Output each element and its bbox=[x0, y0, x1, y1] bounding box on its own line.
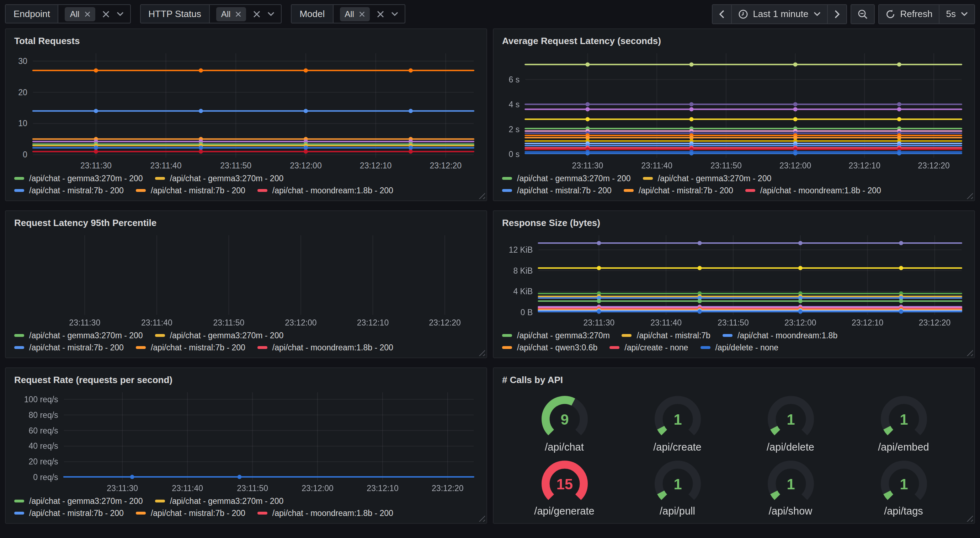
series-point[interactable] bbox=[409, 149, 413, 154]
legend-item[interactable]: /api/chat - gemma3:270m - 200 bbox=[14, 331, 143, 340]
series-point[interactable] bbox=[585, 102, 590, 106]
legend-item[interactable]: /api/chat - mistral:7b - 200 bbox=[624, 186, 733, 195]
legend-item[interactable]: /api/chat - mistral:7b - 200 bbox=[502, 186, 612, 195]
time-zoom-out-button[interactable] bbox=[851, 5, 874, 23]
avg-latency-chart[interactable]: 23:11:3023:11:4023:11:5023:12:0023:12:10… bbox=[501, 49, 967, 172]
legend-item[interactable]: /api/chat - moondream:1.8b bbox=[722, 331, 837, 340]
series-point[interactable] bbox=[899, 299, 903, 303]
filter-chip[interactable]: All bbox=[340, 7, 370, 21]
series-point[interactable] bbox=[793, 117, 798, 122]
series-point[interactable] bbox=[897, 102, 901, 106]
legend-item[interactable]: /api/chat - moondream:1.8b - 200 bbox=[258, 343, 393, 352]
panel-title[interactable]: # Calls by API bbox=[501, 372, 967, 388]
series-point[interactable] bbox=[199, 109, 203, 113]
series-point[interactable] bbox=[237, 475, 242, 479]
request-rate-chart[interactable]: 23:11:3023:11:4023:11:5023:12:0023:12:10… bbox=[13, 388, 479, 495]
series-point[interactable] bbox=[689, 117, 694, 122]
series-point[interactable] bbox=[597, 309, 601, 314]
series-point[interactable] bbox=[793, 102, 798, 106]
filter-value[interactable]: All bbox=[210, 5, 281, 23]
legend-item[interactable]: /api/chat - moondream:1.8b - 200 bbox=[258, 509, 393, 517]
series-point[interactable] bbox=[689, 107, 694, 111]
chart-plot-area[interactable]: 23:11:3023:11:4023:11:5023:12:0023:12:10… bbox=[13, 231, 479, 329]
series-point[interactable] bbox=[94, 149, 98, 154]
time-range-picker-button[interactable]: Last 1 minute bbox=[731, 5, 827, 23]
panel-title[interactable]: Request Latency 95th Percentile bbox=[13, 215, 479, 231]
series-point[interactable] bbox=[597, 266, 601, 270]
chip-remove-icon[interactable] bbox=[84, 11, 90, 17]
series-point[interactable] bbox=[698, 266, 702, 270]
series-point[interactable] bbox=[199, 68, 203, 73]
series-point[interactable] bbox=[798, 266, 803, 270]
legend-item[interactable]: /api/chat - mistral:7b - 200 bbox=[136, 186, 245, 195]
legend-item[interactable]: /api/delete - none bbox=[700, 343, 778, 352]
legend-item[interactable]: /api/chat - gemma3:270m - 200 bbox=[155, 497, 284, 505]
legend-item[interactable]: /api/create - none bbox=[609, 343, 688, 352]
chevron-down-icon[interactable] bbox=[116, 11, 123, 16]
series-point[interactable] bbox=[94, 146, 98, 150]
series-point[interactable] bbox=[585, 151, 590, 155]
legend-item[interactable]: /api/chat - qwen3:0.6b bbox=[502, 343, 597, 352]
time-shift-back-button[interactable] bbox=[712, 5, 731, 23]
series-point[interactable] bbox=[698, 309, 702, 314]
series-point[interactable] bbox=[897, 117, 901, 122]
response-size-chart[interactable]: 23:11:3023:11:4023:11:5023:12:0023:12:10… bbox=[501, 231, 967, 329]
legend-item[interactable]: /api/chat - gemma3:270m bbox=[502, 331, 610, 340]
panel-title[interactable]: Total Requests bbox=[13, 33, 479, 49]
chart-plot-area[interactable]: 23:11:3023:11:4023:11:5023:12:0023:12:10… bbox=[13, 49, 479, 172]
series-point[interactable] bbox=[585, 117, 590, 122]
legend-item[interactable]: /api/chat - mistral:7b - 200 bbox=[14, 186, 124, 195]
filter-clear-icon[interactable] bbox=[102, 10, 109, 17]
series-point[interactable] bbox=[585, 107, 590, 111]
filter-clear-icon[interactable] bbox=[377, 10, 384, 17]
series-point[interactable] bbox=[94, 68, 98, 73]
series-point[interactable] bbox=[897, 107, 901, 111]
series-point[interactable] bbox=[94, 109, 98, 113]
chart-plot-area[interactable]: 23:11:3023:11:4023:11:5023:12:0023:12:10… bbox=[13, 388, 479, 495]
series-point[interactable] bbox=[798, 241, 803, 245]
series-point[interactable] bbox=[304, 149, 308, 154]
series-point[interactable] bbox=[899, 241, 903, 245]
series-point[interactable] bbox=[304, 146, 308, 150]
legend-item[interactable]: /api/chat - mistral:7b bbox=[622, 331, 711, 340]
series-point[interactable] bbox=[409, 146, 413, 150]
series-point[interactable] bbox=[793, 62, 798, 67]
legend-item[interactable]: /api/chat - gemma3:270m - 200 bbox=[155, 331, 284, 340]
series-point[interactable] bbox=[897, 151, 901, 155]
filter-chip[interactable]: All bbox=[216, 7, 247, 21]
total-requests-chart[interactable]: 23:11:3023:11:4023:11:5023:12:0023:12:10… bbox=[13, 49, 479, 172]
refresh-button[interactable]: Refresh bbox=[879, 5, 939, 23]
series-point[interactable] bbox=[798, 299, 803, 303]
series-point[interactable] bbox=[798, 309, 803, 314]
filter-value[interactable]: All bbox=[333, 5, 405, 23]
chevron-down-icon[interactable] bbox=[391, 11, 398, 16]
legend-item[interactable]: /api/chat - gemma3:270m - 200 bbox=[14, 174, 143, 183]
series-point[interactable] bbox=[689, 102, 694, 106]
legend-item[interactable]: /api/chat - mistral:7b - 200 bbox=[14, 343, 124, 352]
panel-title[interactable]: Request Rate (requests per second) bbox=[13, 372, 479, 388]
legend-item[interactable]: /api/chat - mistral:7b - 200 bbox=[14, 509, 124, 517]
series-point[interactable] bbox=[409, 68, 413, 73]
legend-item[interactable]: /api/chat - gemma3:270m - 200 bbox=[643, 174, 772, 183]
filter-clear-icon[interactable] bbox=[253, 10, 260, 17]
series-point[interactable] bbox=[689, 62, 694, 67]
legend-item[interactable]: /api/chat - gemma3:270m - 200 bbox=[14, 497, 143, 505]
chart-plot-area[interactable]: 23:11:3023:11:4023:11:5023:12:0023:12:10… bbox=[501, 49, 967, 172]
chart-plot-area[interactable]: 23:11:3023:11:4023:11:5023:12:0023:12:10… bbox=[501, 231, 967, 329]
legend-item[interactable]: /api/chat - mistral:7b - 200 bbox=[136, 343, 245, 352]
panel-title[interactable]: Response Size (bytes) bbox=[501, 215, 967, 231]
series-point[interactable] bbox=[409, 109, 413, 113]
series-point[interactable] bbox=[793, 107, 798, 111]
series-point[interactable] bbox=[899, 266, 903, 270]
filter-chip[interactable]: All bbox=[65, 7, 95, 21]
chevron-down-icon[interactable] bbox=[267, 11, 275, 16]
series-point[interactable] bbox=[698, 241, 702, 245]
legend-item[interactable]: /api/chat - gemma3:270m - 200 bbox=[155, 174, 284, 183]
series-point[interactable] bbox=[199, 146, 203, 150]
chip-remove-icon[interactable] bbox=[235, 11, 241, 17]
series-point[interactable] bbox=[793, 151, 798, 155]
legend-item[interactable]: /api/chat - gemma3:270m - 200 bbox=[502, 174, 631, 183]
series-point[interactable] bbox=[304, 68, 308, 73]
series-point[interactable] bbox=[585, 62, 590, 67]
latency-p95-chart[interactable]: 23:11:3023:11:4023:11:5023:12:0023:12:10… bbox=[13, 231, 479, 329]
